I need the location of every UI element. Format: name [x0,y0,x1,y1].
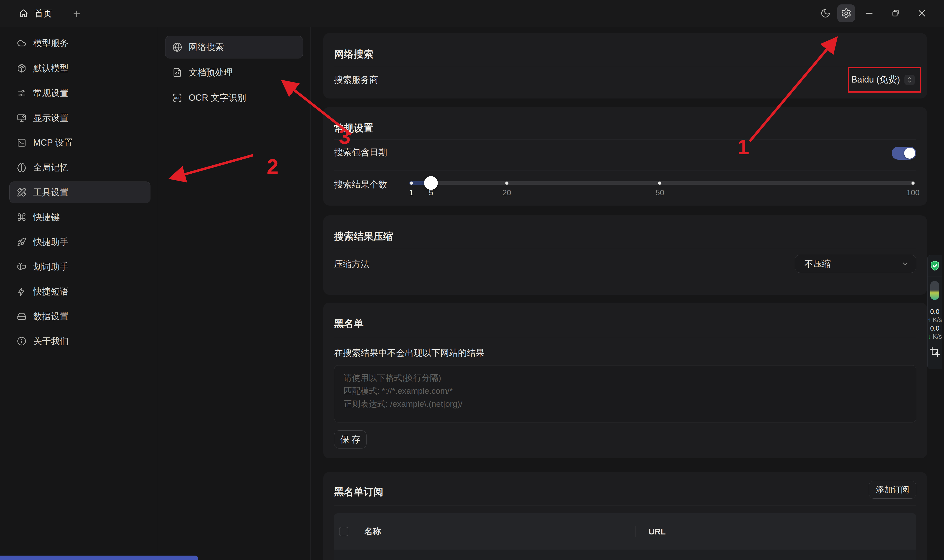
column-header-url: URL [648,527,666,537]
settings-button[interactable] [837,5,855,22]
restore-button[interactable] [887,5,904,22]
tick-label: 20 [503,188,511,197]
sidebar-item-quick-assistant[interactable]: 快捷助手 [9,231,150,253]
theme-toggle-button[interactable] [817,5,834,22]
slider-tick-dot [658,182,662,185]
provider-select[interactable]: Baidu (免费) [851,73,915,86]
battery-capsule-icon[interactable] [930,281,939,300]
include-date-toggle[interactable] [892,147,916,160]
column-header-name: 名称 [364,526,381,537]
sidebar-item-tool-settings[interactable]: 工具设置 [9,182,150,203]
sidebar-item-mcp-settings[interactable]: MCP 设置 [9,132,150,154]
compression-card: 搜索结果压缩 压缩方法 不压缩 [323,215,927,295]
sidebar-item-label: 快捷短语 [33,286,69,298]
compression-method-value: 不压缩 [804,258,831,270]
select-all-checkbox[interactable] [339,527,349,536]
sidebar-item-model-services[interactable]: 模型服务 [9,32,150,54]
svg-text:OCR: OCR [174,96,181,100]
subsidebar-item-doc-preprocess[interactable]: 文档预处理 [165,61,303,84]
overlay-divider [927,277,942,277]
sidebar-item-label: MCP 设置 [33,137,73,149]
section-title: 常规设置 [334,122,373,135]
sidebar-item-label: 快捷键 [33,211,60,223]
tick-label: 100 [906,188,919,197]
result-count-slider[interactable] [409,176,915,190]
subsidebar-item-label: 文档预处理 [188,66,233,78]
compression-method-label: 压缩方法 [334,258,370,270]
slider-thumb[interactable] [424,176,438,190]
text-cursor-icon [17,262,26,271]
sidebar-item-global-memory[interactable]: 全局记忆 [9,157,150,178]
moon-icon [821,8,831,18]
sidebar-item-data-settings[interactable]: 数据设置 [9,306,150,327]
result-count-label: 搜索结果个数 [334,178,387,191]
general-settings-card: 常规设置 搜索包含日期 搜索结果个数 1 5 20 50 100 [323,107,927,206]
blacklist-textarea[interactable]: 请使用以下格式(换行分隔) 匹配模式: *://*.example.com/* … [334,365,916,423]
screenshot-crop-icon[interactable] [930,346,940,357]
divider [334,170,916,171]
bottom-toolbar-edge [0,555,198,560]
divider [334,338,916,338]
section-title: 网络搜索 [334,48,373,61]
tab-home-label: 首页 [34,8,52,20]
floating-status-toolbar: 0.0 ↑ K/s 0.0 ↓ K/s [927,255,942,369]
slider-tick-labels: 1 5 20 50 100 [409,188,915,200]
tab-home[interactable]: 首页 [14,5,57,23]
table-header-row: 名称 URL [334,513,916,550]
globe-icon [172,42,182,52]
section-title: 黑名单订阅 [334,485,383,498]
titlebar: 首页 [0,0,944,27]
restore-icon [891,9,900,18]
divider [334,66,916,66]
file-code-icon [172,68,182,77]
app-window: 首页 模型服务 默认模型 常规设置 [0,0,944,560]
compression-method-select[interactable]: 不压缩 [795,255,916,273]
subsidebar-item-ocr[interactable]: OCR OCR 文字识别 [165,86,303,109]
sidebar-item-label: 显示设置 [33,112,69,124]
sidebar-item-shortcuts[interactable]: 快捷键 [9,206,150,228]
upload-speed-value: 0.0 [927,308,942,315]
table-body [334,550,916,560]
sidebar-item-display-settings[interactable]: 显示设置 [9,107,150,129]
sidebar-item-selection-assistant[interactable]: 划词助手 [9,256,150,277]
close-icon [917,8,927,18]
add-subscription-button[interactable]: 添加订阅 [869,481,916,498]
package-icon [17,64,26,73]
gear-icon [841,8,851,18]
tick-label: 1 [409,188,413,197]
settings-sidebar: 模型服务 默认模型 常规设置 显示设置 MCP 设置 全局记忆 工具设置 快捷 [0,27,157,560]
slider-tick-dot [911,182,915,185]
sidebar-item-about-us[interactable]: 关于我们 [9,330,150,352]
slider-track[interactable] [409,181,915,185]
terminal-icon [17,138,26,148]
download-speed-value: 0.0 [927,325,942,332]
download-speed-unit: ↓ K/s [927,333,942,340]
brain-icon [17,163,26,172]
sidebar-item-quick-phrases[interactable]: 快捷短语 [9,281,150,302]
sidebar-item-default-models[interactable]: 默认模型 [9,57,150,79]
textarea-placeholder-line: 正则表达式: /example\.(net|org)/ [344,397,907,411]
upload-speed-unit: ↑ K/s [927,316,942,324]
plus-icon [72,9,81,18]
textarea-placeholder-line: 请使用以下格式(换行分隔) [344,371,907,385]
arrow-down-icon: ↓ [928,333,931,340]
sliders-icon [17,88,26,98]
web-search-card: 网络搜索 搜索服务商 Baidu (免费) [323,33,927,98]
minimize-button[interactable] [861,5,878,22]
tools-subsidebar: 网络搜索 文档预处理 OCR OCR 文字识别 [157,27,311,560]
divider [334,505,916,506]
sidebar-item-label: 模型服务 [33,37,69,49]
sidebar-item-label: 划词助手 [33,261,69,273]
home-icon [19,9,29,18]
ocr-scan-icon: OCR [172,93,182,103]
subsidebar-item-web-search[interactable]: 网络搜索 [165,36,303,58]
zap-icon [17,287,26,296]
sidebar-item-general-settings[interactable]: 常规设置 [9,82,150,104]
close-button[interactable] [913,5,931,22]
subsidebar-item-label: OCR 文字识别 [188,92,246,104]
shield-check-icon[interactable] [929,260,941,271]
save-button[interactable]: 保 存 [334,430,367,449]
sidebar-item-label: 工具设置 [33,186,69,198]
new-tab-button[interactable] [68,7,86,21]
provider-label: 搜索服务商 [334,74,378,86]
